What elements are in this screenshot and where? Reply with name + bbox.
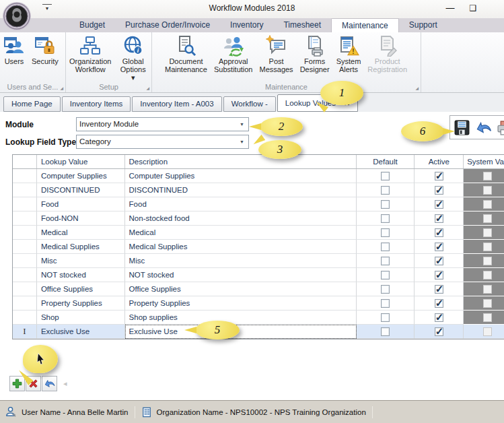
- description-cell[interactable]: Exclusive Use: [125, 325, 357, 339]
- default-checkbox[interactable]: [381, 299, 390, 308]
- default-checkbox[interactable]: [381, 172, 390, 181]
- column-header-description[interactable]: Description: [125, 155, 357, 168]
- description-cell[interactable]: Office Supplies: [125, 282, 357, 296]
- doc-tab-workflow[interactable]: Workflow -: [223, 96, 276, 112]
- active-checkbox[interactable]: [435, 271, 443, 280]
- ribbon-tab-timesheet[interactable]: Timesheet: [273, 18, 331, 32]
- active-checkbox[interactable]: [435, 172, 443, 181]
- default-cell[interactable]: [357, 226, 415, 240]
- description-cell[interactable]: Medical: [125, 226, 357, 240]
- table-row[interactable]: Medical Supplies Medical Supplies: [13, 240, 504, 254]
- description-cell[interactable]: Misc: [125, 254, 357, 268]
- previous-record-icon[interactable]: ◂: [63, 379, 67, 388]
- table-row[interactable]: Office Supplies Office Supplies: [13, 282, 504, 296]
- forms-designer-button[interactable]: Forms Designer: [297, 34, 333, 79]
- lookup-field-type-combobox[interactable]: Category ▼: [76, 135, 249, 149]
- active-checkbox[interactable]: [435, 242, 443, 251]
- table-row[interactable]: Computer Supplies Computer Supplies: [13, 169, 504, 183]
- default-checkbox[interactable]: [381, 271, 390, 280]
- active-cell[interactable]: [415, 268, 464, 282]
- active-checkbox[interactable]: [435, 200, 443, 209]
- default-cell[interactable]: [357, 183, 415, 197]
- quick-access-dropdown-icon[interactable]: ▼: [42, 4, 52, 12]
- default-cell[interactable]: [357, 296, 415, 311]
- active-cell[interactable]: [415, 240, 464, 254]
- group-launcher-icon[interactable]: ◢: [415, 86, 419, 90]
- description-cell[interactable]: Shop supplies: [125, 311, 357, 325]
- active-checkbox[interactable]: [435, 285, 443, 294]
- default-cell[interactable]: [357, 254, 415, 268]
- default-cell[interactable]: [357, 282, 415, 296]
- default-checkbox[interactable]: [381, 186, 390, 195]
- doc-tab-home-page[interactable]: Home Page: [3, 96, 61, 112]
- table-row[interactable]: Shop Shop supplies: [13, 311, 504, 325]
- default-cell[interactable]: [357, 325, 415, 339]
- chevron-down-icon[interactable]: ▼: [236, 119, 248, 130]
- active-cell[interactable]: [415, 212, 464, 226]
- default-checkbox[interactable]: [381, 313, 390, 322]
- save-icon[interactable]: [454, 119, 470, 136]
- default-checkbox[interactable]: [381, 327, 390, 336]
- lookup-value-cell[interactable]: Medical: [37, 226, 125, 240]
- lookup-value-cell[interactable]: NOT stocked: [37, 268, 125, 282]
- default-cell[interactable]: [357, 169, 415, 183]
- default-cell[interactable]: [357, 197, 415, 212]
- module-combobox[interactable]: Inventory Module ▼: [76, 117, 249, 131]
- description-cell[interactable]: Non-stocked food: [125, 212, 357, 226]
- maximize-button[interactable]: ❑: [466, 2, 480, 14]
- active-checkbox[interactable]: [435, 327, 443, 336]
- table-row[interactable]: Property Supplies Property Supplies: [13, 296, 504, 311]
- table-row[interactable]: Food Food: [13, 197, 504, 212]
- description-cell[interactable]: Property Supplies: [125, 296, 357, 311]
- column-header-default[interactable]: Default: [357, 155, 415, 168]
- default-cell[interactable]: [357, 268, 415, 282]
- lookup-value-cell[interactable]: Computer Supplies: [37, 169, 125, 183]
- approval-substitution-button[interactable]: Approval Substitution: [211, 34, 256, 79]
- cancel-edit-button[interactable]: [42, 376, 57, 391]
- minimize-button[interactable]: —: [443, 2, 458, 14]
- active-cell[interactable]: [415, 325, 464, 339]
- column-header-system-value[interactable]: System Value: [464, 155, 504, 168]
- document-maintenance-button[interactable]: Document Maintenance: [161, 34, 211, 79]
- active-cell[interactable]: [415, 282, 464, 296]
- app-logo-icon[interactable]: [2, 1, 32, 31]
- organization-workflow-button[interactable]: Organization Workflow: [66, 34, 114, 79]
- lookup-value-cell[interactable]: Office Supplies: [37, 282, 125, 296]
- lookup-value-cell[interactable]: Misc: [37, 254, 125, 268]
- description-cell[interactable]: DISCONTINUED: [125, 183, 357, 197]
- lookup-value-cell[interactable]: DISCONTINUED: [37, 183, 125, 197]
- ribbon-tab-budget[interactable]: Budget: [69, 18, 115, 32]
- table-row[interactable]: I Exclusive Use Exclusive Use: [13, 325, 504, 339]
- table-row[interactable]: NOT stocked NOT stocked: [13, 268, 504, 282]
- print-icon[interactable]: [497, 119, 504, 136]
- group-launcher-icon[interactable]: ◢: [60, 86, 63, 90]
- ribbon-tab-purchase-order-invoice[interactable]: Purchase Order/Invoice: [115, 18, 220, 32]
- default-cell[interactable]: [357, 311, 415, 325]
- active-checkbox[interactable]: [435, 186, 443, 195]
- description-cell[interactable]: Food: [125, 197, 357, 212]
- active-cell[interactable]: [415, 296, 464, 311]
- chevron-down-icon[interactable]: ▼: [236, 136, 248, 148]
- lookup-value-cell[interactable]: Medical Supplies: [37, 240, 125, 254]
- undo-arrow-icon[interactable]: [473, 117, 493, 137]
- ribbon-tab-support[interactable]: Support: [399, 18, 447, 32]
- column-header-active[interactable]: Active: [415, 155, 464, 168]
- default-cell[interactable]: [357, 212, 415, 226]
- column-header-lookup-value[interactable]: Lookup Value: [37, 155, 125, 168]
- active-cell[interactable]: [415, 226, 464, 240]
- active-cell[interactable]: [415, 183, 464, 197]
- active-checkbox[interactable]: [435, 228, 443, 237]
- description-cell[interactable]: Medical Supplies: [125, 240, 357, 254]
- security-button[interactable]: Security: [28, 34, 62, 79]
- active-cell[interactable]: [415, 311, 464, 325]
- table-row[interactable]: Misc Misc: [13, 254, 504, 268]
- default-checkbox[interactable]: [381, 285, 390, 294]
- doc-tab-inventory-items[interactable]: Inventory Items: [62, 96, 131, 112]
- active-checkbox[interactable]: [435, 257, 443, 265]
- system-alerts-button[interactable]: ! System Alerts: [333, 34, 365, 79]
- ribbon-tab-maintenance[interactable]: Maintenance: [331, 18, 399, 32]
- ribbon-tab-inventory[interactable]: Inventory: [220, 18, 273, 32]
- default-cell[interactable]: [357, 240, 415, 254]
- active-checkbox[interactable]: [435, 299, 443, 308]
- global-options-button[interactable]: i Global Options ▾: [114, 34, 151, 79]
